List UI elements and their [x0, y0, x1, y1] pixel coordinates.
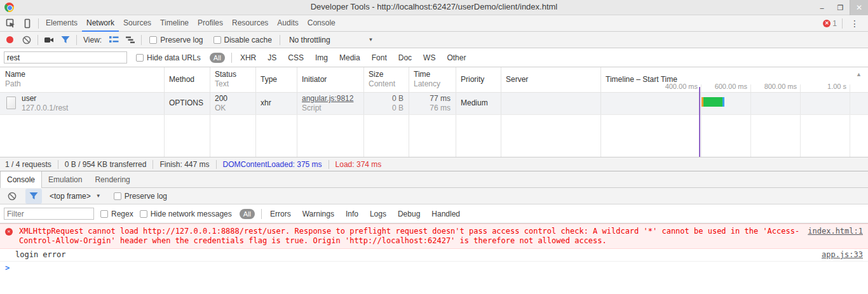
divider — [261, 209, 262, 219]
throttling-select[interactable]: No throttling ▼ — [289, 36, 374, 44]
filter-type-media[interactable]: Media — [334, 53, 366, 62]
title-bar: Developer Tools - http://localhost:62427… — [0, 0, 868, 15]
overview-button[interactable] — [122, 32, 139, 48]
sort-arrow-icon[interactable]: ▲ — [856, 71, 862, 77]
filter-funnel-icon — [29, 192, 38, 200]
request-priority-cell[interactable]: Medium — [456, 92, 501, 114]
column-header-time[interactable]: Time Latency — [409, 67, 456, 92]
clear-icon — [8, 192, 17, 201]
console-clear-button[interactable] — [4, 189, 20, 204]
console-filter-input[interactable] — [4, 208, 94, 220]
request-row-name-cell[interactable]: user 127.0.0.1/rest — [17, 92, 164, 114]
level-warnings[interactable]: Warnings — [297, 210, 340, 218]
filter-type-ws[interactable]: WS — [417, 53, 441, 62]
tab-elements[interactable]: Elements — [41, 15, 82, 31]
timeline-tick-label: 800.00 ms — [752, 83, 797, 90]
checkbox-icon — [114, 192, 121, 200]
console-error-message: ✕ XMLHttpRequest cannot load http://127.… — [0, 224, 868, 249]
device-toolbar-button[interactable] — [19, 16, 36, 31]
error-count-badge[interactable]: ✕ 1 — [823, 19, 837, 28]
tab-console[interactable]: Console — [303, 15, 340, 31]
console-prompt[interactable]: > — [0, 262, 868, 272]
prompt-chevron-icon: > — [5, 264, 10, 272]
console-filter-all-pill[interactable]: All — [240, 209, 255, 219]
request-method-cell[interactable]: OPTIONS — [164, 92, 210, 114]
filter-type-img[interactable]: Img — [309, 53, 334, 62]
column-header-initiator[interactable]: Initiator — [297, 67, 363, 92]
execution-context-value: <top frame> — [50, 192, 91, 201]
level-errors[interactable]: Errors — [264, 210, 297, 218]
camera-icon — [44, 36, 54, 44]
divider — [231, 53, 232, 63]
clear-icon — [22, 36, 31, 44]
filter-toggle-button[interactable] — [57, 32, 74, 48]
column-header-method[interactable]: Method — [164, 67, 210, 92]
inspect-element-button[interactable] — [3, 16, 19, 31]
disable-cache-label: Disable cache — [224, 36, 272, 44]
level-info[interactable]: Info — [340, 210, 364, 218]
error-source-link[interactable]: index.html:1 — [808, 227, 863, 236]
column-header-priority[interactable]: Priority — [456, 67, 501, 92]
filter-type-other[interactable]: Other — [441, 53, 471, 62]
filter-type-js[interactable]: JS — [262, 53, 282, 62]
regex-checkbox[interactable]: Regex — [100, 210, 133, 218]
request-status-cell[interactable]: 200 OK — [210, 92, 255, 114]
tab-sources[interactable]: Sources — [119, 15, 156, 31]
filter-all-pill[interactable]: All — [210, 53, 225, 63]
drawer-tab-console[interactable]: Console — [0, 171, 42, 188]
initiator-link[interactable]: angular.js:9812 — [302, 94, 353, 103]
request-initiator-cell[interactable]: angular.js:9812 Script — [297, 92, 363, 114]
level-logs[interactable]: Logs — [364, 210, 392, 218]
filter-type-font[interactable]: Font — [366, 53, 393, 62]
filter-type-xhr[interactable]: XHR — [234, 53, 262, 62]
large-rows-button[interactable] — [105, 32, 122, 48]
drawer-tab-rendering[interactable]: Rendering — [88, 171, 136, 187]
network-toolbar: View: Preserve log Disable cache No thro — [0, 32, 868, 48]
screenshot-button[interactable] — [41, 32, 57, 48]
waterfall-download-segment — [722, 97, 724, 107]
console-filter-bar: Regex Hide network messages All Errors W… — [0, 204, 868, 224]
column-header-status[interactable]: Status Text — [210, 67, 255, 92]
network-filter-input[interactable] — [4, 51, 127, 63]
filter-type-doc[interactable]: Doc — [393, 53, 417, 62]
filter-type-css[interactable]: CSS — [282, 53, 309, 62]
tab-network[interactable]: Network — [82, 15, 119, 32]
restore-button[interactable]: ❐ — [831, 0, 850, 15]
log-source-link[interactable]: app.js:33 — [822, 250, 863, 260]
console-filter-button[interactable] — [25, 189, 42, 204]
console-preserve-log-checkbox[interactable]: Preserve log — [114, 192, 167, 201]
tab-audits[interactable]: Audits — [273, 15, 302, 31]
tab-timeline[interactable]: Timeline — [156, 15, 193, 31]
clear-button[interactable] — [18, 32, 35, 48]
tab-resources[interactable]: Resources — [227, 15, 273, 31]
waterfall-main-segment — [703, 97, 722, 107]
waterfall-bar[interactable] — [702, 97, 724, 107]
divider — [280, 35, 280, 45]
record-button[interactable] — [6, 36, 13, 43]
level-handled[interactable]: Handled — [426, 210, 466, 218]
preserve-log-checkbox[interactable]: Preserve log — [149, 36, 203, 44]
hide-network-messages-checkbox[interactable]: Hide network messages — [140, 210, 232, 218]
console-preserve-log-label: Preserve log — [125, 192, 167, 201]
column-header-server[interactable]: Server — [501, 67, 600, 92]
chevron-down-icon: ▼ — [96, 193, 101, 199]
level-debug[interactable]: Debug — [392, 210, 426, 218]
network-requests-table: Name Path Method Status Text Type Initia… — [0, 67, 868, 157]
disable-cache-checkbox[interactable]: Disable cache — [214, 36, 272, 44]
column-header-name[interactable]: Name Path — [0, 67, 164, 92]
request-time-cell[interactable]: 77 ms 76 ms — [409, 92, 456, 114]
checkbox-icon — [214, 36, 221, 44]
execution-context-select[interactable]: <top frame> ▼ — [50, 192, 101, 201]
tab-profiles[interactable]: Profiles — [193, 15, 227, 31]
minimize-button[interactable]: – — [813, 0, 831, 15]
request-type-cell[interactable]: xhr — [255, 92, 297, 114]
hide-data-urls-checkbox[interactable]: Hide data URLs — [136, 53, 201, 62]
drawer-tab-emulation[interactable]: Emulation — [42, 171, 88, 187]
filter-funnel-icon — [61, 36, 70, 44]
column-header-size[interactable]: Size Content — [363, 67, 409, 92]
request-size-cell[interactable]: 0 B 0 B — [363, 92, 409, 114]
close-button[interactable]: ✕ — [850, 0, 868, 15]
menu-kebab-button[interactable]: ⋮ — [845, 18, 864, 29]
column-header-type[interactable]: Type — [255, 67, 297, 92]
throttling-value: No throttling — [289, 36, 330, 44]
